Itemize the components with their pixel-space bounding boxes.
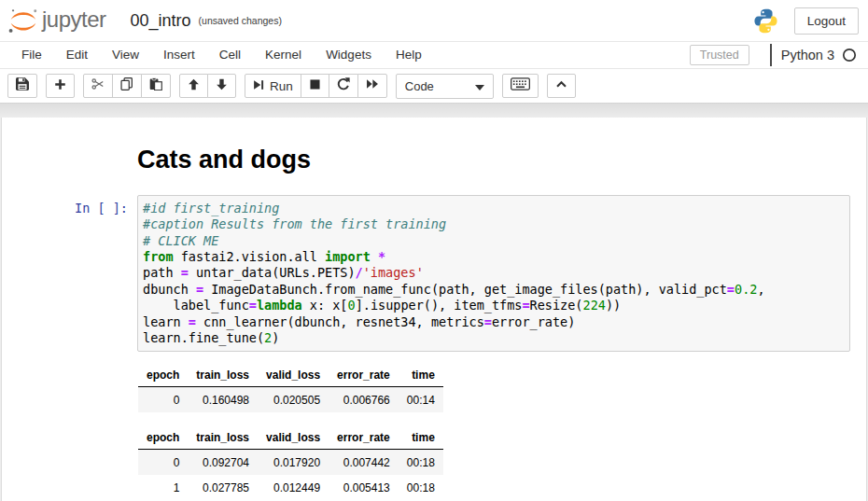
- logout-button[interactable]: Logout: [794, 7, 859, 35]
- plus-icon: [54, 77, 66, 94]
- scissors-icon: [91, 77, 105, 94]
- table-header-cell: error_rate: [329, 364, 399, 387]
- table-header-cell: train_loss: [188, 364, 258, 387]
- code-line: #id first_training: [143, 201, 845, 216]
- table-cell: 0.027785: [188, 475, 258, 500]
- table-header-cell: epoch: [138, 364, 188, 387]
- jupyter-notebook-app: jupyter 00_intro (unsaved changes) Logou…: [0, 0, 868, 501]
- page-title: Cats and dogs: [137, 146, 311, 174]
- menubar: FileEditViewInsertCellKernelWidgetsHelp …: [0, 41, 868, 69]
- restart-kernel-button[interactable]: [329, 74, 358, 98]
- run-icon: [253, 77, 264, 94]
- menu-help[interactable]: Help: [384, 42, 434, 68]
- run-button-label: Run: [270, 79, 293, 93]
- cut-cell-button[interactable]: [83, 74, 113, 98]
- code-editor[interactable]: #id first_training#caption Results from …: [137, 195, 850, 353]
- table-cell: 0.160498: [188, 387, 258, 413]
- training-results-table: epochtrain_lossvalid_losserror_ratetime0…: [138, 364, 443, 412]
- header-shadow-divider: [0, 103, 868, 118]
- table-header-cell: valid_loss: [258, 426, 329, 450]
- command-palette-button[interactable]: [502, 74, 539, 98]
- kernel-idle-icon: [842, 48, 857, 63]
- table-header-cell: epoch: [138, 426, 188, 450]
- move-cell-down-button[interactable]: [207, 74, 236, 98]
- table-cell: 1: [138, 475, 188, 500]
- table-cell: 0: [138, 450, 188, 476]
- table-row: 10.0277850.0124490.00541300:18: [138, 475, 443, 500]
- menu-edit[interactable]: Edit: [54, 42, 100, 68]
- insert-cell-below-button[interactable]: [46, 74, 75, 98]
- notebook-container: Cats and dogs In [ ]: #id first_training…: [1, 118, 867, 501]
- table-header-cell: error_rate: [329, 426, 399, 450]
- keyboard-icon: [511, 77, 530, 94]
- table-cell: 0.017920: [258, 450, 329, 476]
- table-header-cell: time: [399, 364, 443, 387]
- menu-cell[interactable]: Cell: [207, 42, 253, 68]
- table-cell: 0.006766: [329, 387, 399, 413]
- markdown-cell[interactable]: Cats and dogs: [2, 130, 866, 190]
- table-row: 00.0927040.0179200.00744200:18: [138, 450, 443, 476]
- interrupt-kernel-button[interactable]: [301, 74, 329, 98]
- trusted-badge[interactable]: Trusted: [690, 45, 749, 65]
- restart-icon: [337, 77, 350, 94]
- kernel-name: Python 3: [781, 48, 834, 63]
- jupyter-wordmark: jupyter: [42, 7, 106, 33]
- code-line: path = untar_data(URLs.PETS)/'images': [143, 265, 845, 281]
- training-results-table: epochtrain_lossvalid_losserror_ratetime0…: [138, 426, 443, 500]
- chevron-up-icon: [555, 77, 567, 94]
- table-header-cell: time: [399, 426, 443, 450]
- code-line: # CLICK ME: [143, 233, 845, 249]
- fast-forward-icon: [366, 77, 379, 94]
- table-row: 00.1604980.0205050.00676600:14: [138, 387, 443, 413]
- run-button[interactable]: Run: [245, 74, 301, 98]
- arrow-up-icon: [188, 77, 200, 94]
- checkpoint-status: (unsaved changes): [199, 15, 282, 26]
- chevron-up-button[interactable]: [547, 74, 576, 98]
- table-cell: 00:18: [399, 475, 443, 500]
- jupyter-logo[interactable]: jupyter: [7, 7, 106, 35]
- table-cell: 00:18: [399, 450, 443, 476]
- table-cell: 0.012449: [258, 475, 329, 500]
- restart-run-all-button[interactable]: [357, 74, 387, 98]
- python-logo-icon: [752, 7, 779, 35]
- code-line: dbunch = ImageDataBunch.from_name_func(p…: [143, 282, 845, 298]
- table-cell: 00:14: [399, 387, 443, 413]
- stop-icon: [309, 77, 321, 94]
- table-cell: 0.005413: [329, 475, 399, 500]
- save-icon: [16, 77, 29, 94]
- paste-icon: [149, 77, 162, 94]
- input-prompt: In [ ]:: [2, 195, 137, 353]
- paste-cell-button[interactable]: [141, 74, 171, 98]
- markdown-cell-prompt: [2, 134, 137, 186]
- table-cell: 0.020505: [258, 387, 329, 413]
- menubar-items: FileEditViewInsertCellKernelWidgetsHelp: [9, 42, 434, 68]
- cell-type-select[interactable]: Code: [396, 74, 494, 99]
- save-button[interactable]: [7, 74, 37, 98]
- code-line: learn = cnn_learner(dbunch, resnet34, me…: [143, 314, 845, 330]
- output-area: epochtrain_lossvalid_losserror_ratetime0…: [2, 356, 866, 500]
- table-cell: 0.092704: [188, 450, 258, 476]
- menu-file[interactable]: File: [9, 42, 54, 68]
- caret-down-icon: [475, 79, 484, 93]
- toolbar: Run Code: [0, 69, 868, 103]
- copy-icon: [120, 77, 133, 94]
- table-header-cell: train_loss: [188, 426, 258, 450]
- code-line: learn.fine_tune(2): [143, 330, 845, 346]
- menu-widgets[interactable]: Widgets: [314, 42, 384, 68]
- move-cell-up-button[interactable]: [179, 74, 208, 98]
- code-line: label_func=lambda x: x[0].isupper(), ite…: [143, 298, 845, 313]
- menu-insert[interactable]: Insert: [151, 42, 207, 68]
- header: jupyter 00_intro (unsaved changes) Logou…: [0, 0, 868, 41]
- menu-view[interactable]: View: [100, 42, 151, 68]
- kernel-separator: [770, 44, 772, 66]
- code-cell[interactable]: In [ ]: #id first_training#caption Resul…: [2, 190, 866, 357]
- code-line: #caption Results from the first training: [143, 216, 845, 232]
- table-header-cell: valid_loss: [258, 364, 329, 387]
- table-cell: 0.007442: [329, 450, 399, 476]
- notebook-title[interactable]: 00_intro: [131, 11, 191, 31]
- table-cell: 0: [138, 387, 188, 413]
- menu-kernel[interactable]: Kernel: [253, 42, 314, 68]
- cell-type-value: Code: [405, 79, 434, 93]
- jupyter-logo-icon: [7, 7, 39, 35]
- copy-cell-button[interactable]: [112, 74, 142, 98]
